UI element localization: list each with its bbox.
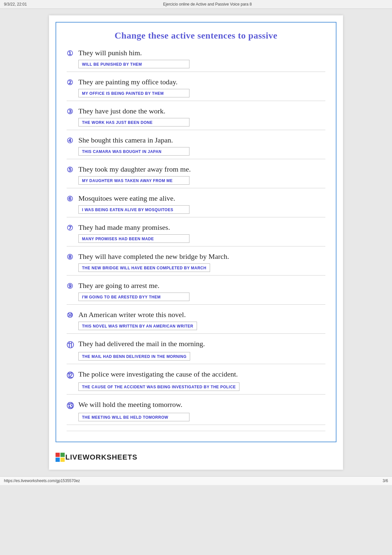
question-block: ③They have just done the work.THE WORK H…	[67, 107, 325, 130]
question-number: ①	[67, 49, 78, 58]
answer-box[interactable]: THE MEETING WILL BE HELD TOMORROW	[78, 413, 189, 421]
answer-text: I'M GOING TO BE ARESTED BYY THEM	[82, 295, 161, 299]
answer-row: THE WORK HAS JUST BEEN DONE	[67, 117, 325, 126]
question-text: They took my daughter away from me.	[78, 165, 191, 174]
bottom-page: 3/6	[383, 479, 388, 483]
question-block: ⑩An American writer wrote this novel.THI…	[67, 311, 325, 334]
svg-rect-3	[60, 458, 65, 462]
question-text: Mosquitoes were eating me alive.	[78, 194, 175, 203]
question-text: They are painting my office today.	[78, 78, 178, 86]
answer-text: MANY PROMISES HAD BEEN MADE	[82, 237, 154, 241]
question-row: ④She bought this camera in Japan.	[67, 136, 325, 145]
lw-logo-box: LIVEWORKSHEETS	[56, 453, 138, 462]
question-text: They will have completed the new bridge …	[78, 252, 229, 261]
answer-box[interactable]: I WAS BEING EATEN ALIVE BY MOSQUITOES	[78, 205, 189, 214]
answer-row: THIS CAMARA WAS BOUGHT IN JAPAN	[67, 146, 325, 156]
question-text: They have just done the work.	[78, 107, 165, 115]
question-divider	[67, 72, 325, 72]
answer-box[interactable]: MY OFFICE IS BEING PAINTED BY THEM	[78, 89, 189, 97]
answer-text: THE NEW BRIDGE WILL HAVE BEEN COMPLETED …	[82, 266, 206, 270]
answer-row: MY OFFICE IS BEING PAINTED BY THEM	[67, 88, 325, 97]
question-text: We will hold the meeting tomorrow.	[78, 400, 182, 409]
answer-row: THIS NOVEL WAS WRITTEN BY AN AMERICAN WR…	[67, 321, 325, 330]
question-row: ⑩An American writer wrote this novel.	[67, 311, 325, 320]
question-number: ②	[67, 78, 78, 87]
browser-bar: 9/3/22, 22:01 Ejercicio online de Active…	[0, 0, 392, 9]
question-text: They had made many promises.	[78, 223, 170, 232]
question-row: ⑤They took my daughter away from me.	[67, 165, 325, 174]
answer-box[interactable]: THIS CAMARA WAS BOUGHT IN JAPAN	[78, 147, 189, 156]
question-block: ⑬We will hold the meeting tomorrow.THE M…	[67, 400, 325, 425]
question-divider	[67, 304, 325, 305]
browser-title: Ejercicio online de Active and Passive V…	[163, 2, 252, 7]
question-divider	[67, 159, 325, 159]
question-divider	[67, 246, 325, 246]
question-number: ⑬	[67, 401, 78, 411]
question-number: ⑥	[67, 195, 78, 203]
answer-text: WILL BE PUNISHED BY THEM	[82, 62, 142, 67]
answer-box[interactable]: THE NEW BRIDGE WILL HAVE BEEN COMPLETED …	[78, 263, 210, 272]
question-divider	[67, 275, 325, 276]
question-number: ⑤	[67, 166, 78, 174]
question-block: ⑦They had made many promises.MANY PROMIS…	[67, 223, 325, 246]
bottom-url: https://es.liveworksheets.com/gp1535570e…	[4, 479, 80, 483]
answer-box[interactable]: THIS NOVEL WAS WRITTEN BY AN AMERICAN WR…	[78, 322, 197, 330]
question-divider	[67, 364, 325, 364]
question-row: ⑪They had delivered the mail in the morn…	[67, 340, 325, 350]
liveworksheets-footer: LIVEWORKSHEETS	[56, 450, 336, 463]
answer-text: MY OFFICE IS BEING PAINTED BY THEM	[82, 91, 164, 96]
answer-row: MY DAUGHTER WAS TAKEN AWAY FROM ME	[67, 176, 325, 185]
answer-box[interactable]: THE WORK HAS JUST BEEN DONE	[78, 118, 189, 126]
question-block: ⑧They will have completed the new bridge…	[67, 252, 325, 276]
answer-row: I WAS BEING EATEN ALIVE BY MOSQUITOES	[67, 205, 325, 214]
question-divider	[67, 217, 325, 217]
browser-timestamp: 9/3/22, 22:01	[4, 2, 27, 7]
question-text: The police were investigating the cause …	[78, 370, 238, 378]
svg-rect-2	[56, 458, 60, 462]
question-block: ⑫The police were investigating the cause…	[67, 370, 325, 395]
question-divider	[67, 130, 325, 130]
question-row: ②They are painting my office today.	[67, 78, 325, 87]
question-row: ①They will punish him.	[67, 49, 325, 58]
answer-row: MANY PROMISES HAD BEEN MADE	[67, 234, 325, 243]
answer-box[interactable]: WILL BE PUNISHED BY THEM	[78, 60, 189, 68]
answer-text: THIS NOVEL WAS WRITTEN BY AN AMERICAN WR…	[82, 324, 193, 328]
questions-container: ①They will punish him.WILL BE PUNISHED B…	[67, 49, 325, 425]
question-text: They will punish him.	[78, 49, 142, 57]
answer-text: THE WORK HAS JUST BEEN DONE	[82, 120, 153, 125]
question-block: ⑤They took my daughter away from me.MY D…	[67, 165, 325, 188]
question-block: ⑥Mosquitoes were eating me alive.I WAS B…	[67, 194, 325, 217]
answer-box[interactable]: THE MAIL HAD BENN DELIVERED IN THE MORNI…	[78, 352, 190, 361]
question-text: An American writer wrote this novel.	[78, 311, 186, 319]
question-row: ⑥Mosquitoes were eating me alive.	[67, 194, 325, 203]
answer-row: THE NEW BRIDGE WILL HAVE BEEN COMPLETED …	[67, 263, 325, 272]
answer-box[interactable]: I'M GOING TO BE ARESTED BYY THEM	[78, 293, 189, 301]
answer-row: THE MAIL HAD BENN DELIVERED IN THE MORNI…	[67, 351, 325, 361]
question-number: ⑦	[67, 224, 78, 232]
question-row: ③They have just done the work.	[67, 107, 325, 116]
answer-box[interactable]: MANY PROMISES HAD BEEN MADE	[78, 234, 189, 243]
question-row: ⑫The police were investigating the cause…	[67, 370, 325, 380]
question-block: ②They are painting my office today.MY OF…	[67, 78, 325, 101]
question-text: They are going to arrest me.	[78, 281, 159, 290]
answer-box[interactable]: MY DAUGHTER WAS TAKEN AWAY FROM ME	[78, 176, 189, 185]
answer-row: THE CAUSE OF THE ACCIDENT WAS BEING INVE…	[67, 382, 325, 391]
question-block: ⑨They are going to arrest me.I'M GOING T…	[67, 281, 325, 305]
question-divider	[67, 101, 325, 101]
question-text: They had delivered the mail in the morni…	[78, 340, 205, 348]
answer-text: THE CAUSE OF THE ACCIDENT WAS BEING INVE…	[82, 385, 236, 389]
answer-row: WILL BE PUNISHED BY THEM	[67, 59, 325, 68]
exercise-box: Change these active sentences to passive…	[56, 22, 336, 442]
question-row: ⑬We will hold the meeting tomorrow.	[67, 400, 325, 411]
answer-text: MY DAUGHTER WAS TAKEN AWAY FROM ME	[82, 178, 172, 183]
question-text: She bought this camera in Japan.	[78, 136, 173, 144]
answer-row: THE MEETING WILL BE HELD TOMORROW	[67, 412, 325, 421]
answer-text: THE MAIL HAD BENN DELIVERED IN THE MORNI…	[82, 354, 187, 359]
question-row: ⑦They had made many promises.	[67, 223, 325, 232]
question-number: ④	[67, 137, 78, 145]
lw-brand-label: LIVEWORKSHEETS	[65, 453, 138, 462]
answer-row: I'M GOING TO BE ARESTED BYY THEM	[67, 292, 325, 301]
question-number: ⑨	[67, 282, 78, 291]
question-number: ⑩	[67, 311, 78, 320]
answer-box[interactable]: THE CAUSE OF THE ACCIDENT WAS BEING INVE…	[78, 382, 239, 391]
